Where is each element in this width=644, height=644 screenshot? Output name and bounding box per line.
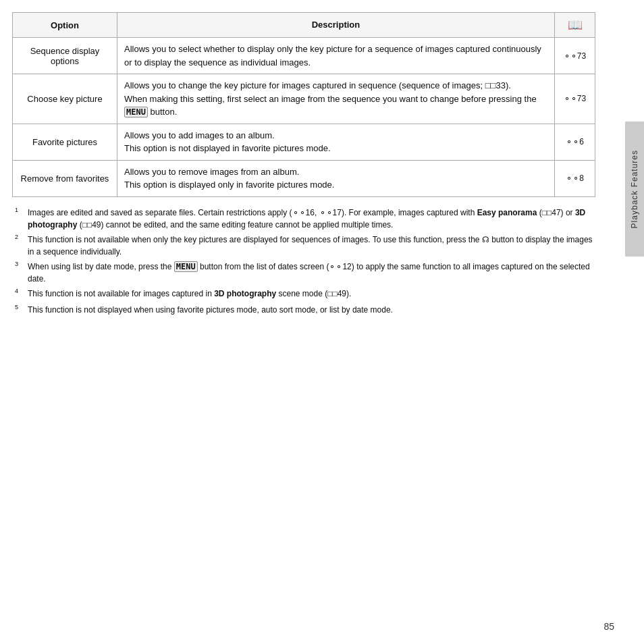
footnote-3: 3 When using list by date mode, press th…: [15, 261, 595, 285]
header-option: Option: [13, 13, 117, 38]
option-label: Sequence display options: [13, 38, 117, 74]
table-row: Remove from favorites Allows you to remo…: [13, 160, 595, 196]
footnote-number: 5: [15, 302, 26, 316]
footnote-text: Images are edited and saved as separate …: [28, 207, 595, 231]
option-description: Allows you to select whether to display …: [117, 38, 555, 74]
option-description: Allows you to change the key picture for…: [117, 74, 555, 124]
option-description: Allows you to remove images from an albu…: [117, 160, 555, 196]
option-ref: ⚬⚬73: [555, 38, 595, 74]
option-description: Allows you to add images to an album. Th…: [117, 124, 555, 160]
footnote-2: 2 This function is not available when on…: [15, 234, 595, 258]
footnote-1: 1 Images are edited and saved as separat…: [15, 207, 595, 231]
page-content: Option Description 📖 Sequence display op…: [0, 0, 608, 332]
option-ref: ⚬⚬6: [555, 124, 595, 160]
footnote-4: 4 This function is not available for ima…: [15, 288, 595, 301]
header-description: Description: [117, 13, 555, 38]
footnote-number: 2: [15, 232, 26, 246]
header-ref: 📖: [555, 13, 595, 38]
table-row: Choose key picture Allows you to change …: [13, 74, 595, 124]
option-ref: ⚬⚬8: [555, 160, 595, 196]
option-ref: ⚬⚬73: [555, 74, 595, 124]
option-label: Remove from favorites: [13, 160, 117, 196]
footnote-5: 5 This function is not displayed when us…: [15, 304, 595, 317]
option-label: Favorite pictures: [13, 124, 117, 160]
footnote-number: 1: [15, 205, 26, 219]
option-label: Choose key picture: [13, 74, 117, 124]
footnote-text: This function is not available for image…: [28, 288, 595, 300]
page-number: 85: [603, 621, 614, 632]
table-row: Favorite pictures Allows you to add imag…: [13, 124, 595, 160]
footnote-text: This function is not displayed when usin…: [28, 304, 595, 316]
footnote-number: 4: [15, 286, 26, 300]
footnote-text: This function is not available when only…: [28, 234, 595, 258]
options-table: Option Description 📖 Sequence display op…: [12, 12, 595, 197]
footnotes-section: 1 Images are edited and saved as separat…: [12, 207, 595, 318]
footnote-number: 3: [15, 259, 26, 273]
side-tab: Playback Features: [625, 122, 644, 257]
table-row: Sequence display options Allows you to s…: [13, 38, 595, 74]
footnote-text: When using list by date mode, press the …: [28, 261, 595, 285]
side-tab-label: Playback Features: [630, 150, 639, 228]
